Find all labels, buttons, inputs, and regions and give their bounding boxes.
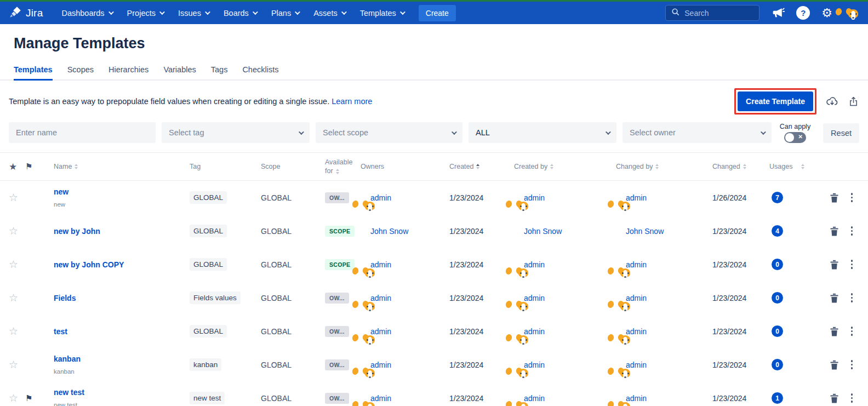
tab[interactable]: Hierarchies xyxy=(108,65,149,81)
usages-count-badge[interactable]: 7 xyxy=(772,192,783,203)
favorite-star-icon[interactable]: ☆ xyxy=(9,292,18,304)
export-share-icon[interactable] xyxy=(848,96,859,107)
delete-trash-icon[interactable] xyxy=(830,327,839,336)
megaphone-icon[interactable] xyxy=(771,6,785,20)
template-name-link[interactable]: new test xyxy=(54,388,181,397)
row-menu-icon[interactable] xyxy=(850,325,854,337)
sort-icon[interactable] xyxy=(336,169,339,174)
changed-by-link[interactable]: admin xyxy=(626,294,647,302)
template-name-link[interactable]: test xyxy=(54,327,181,336)
created-by-link[interactable]: admin xyxy=(524,294,545,302)
tab[interactable]: Tags xyxy=(211,65,228,81)
owner-link[interactable]: John Snow xyxy=(370,227,408,236)
nav-menu-item[interactable]: Dashboards xyxy=(61,9,112,18)
favorite-star-icon[interactable]: ☆ xyxy=(9,359,18,370)
reset-button[interactable]: Reset xyxy=(823,123,859,143)
sort-icon[interactable] xyxy=(801,164,804,169)
favorite-star-icon[interactable]: ☆ xyxy=(9,325,18,337)
owner-link[interactable]: admin xyxy=(370,193,391,202)
delete-trash-icon[interactable] xyxy=(830,293,839,303)
nav-menu-item[interactable]: Issues xyxy=(178,9,209,18)
user-avatar[interactable] xyxy=(844,5,859,21)
delete-trash-icon[interactable] xyxy=(830,193,839,203)
sort-icon[interactable] xyxy=(655,164,659,169)
header-created-by[interactable]: Created by xyxy=(514,163,547,170)
header-changed[interactable]: Changed xyxy=(712,163,740,170)
usages-count-badge[interactable]: 4 xyxy=(772,225,783,237)
usages-count-badge[interactable]: 1 xyxy=(772,392,783,404)
template-name-link[interactable]: new by John COPY xyxy=(54,260,181,269)
search-input[interactable] xyxy=(684,9,750,18)
available-filter-select[interactable]: ALL xyxy=(469,122,616,143)
changed-by-link[interactable]: admin xyxy=(626,260,647,269)
nav-menu-item[interactable]: Assets xyxy=(313,9,345,18)
header-created[interactable]: Created xyxy=(449,163,473,170)
sort-icon[interactable] xyxy=(743,164,746,169)
favorite-star-icon[interactable]: ☆ xyxy=(9,392,18,404)
created-by-link[interactable]: John Snow xyxy=(524,227,562,236)
delete-trash-icon[interactable] xyxy=(830,226,839,236)
owner-link[interactable]: admin xyxy=(370,327,391,336)
nav-menu-item[interactable]: Templates xyxy=(360,9,404,18)
sort-icon[interactable] xyxy=(75,164,78,169)
tab[interactable]: Templates xyxy=(14,65,53,81)
tab[interactable]: Checklists xyxy=(242,65,278,81)
favorite-star-icon[interactable]: ☆ xyxy=(9,225,18,237)
changed-by-link[interactable]: admin xyxy=(626,327,647,336)
template-name-link[interactable]: new xyxy=(54,187,181,196)
delete-trash-icon[interactable] xyxy=(830,393,839,403)
import-cloud-icon[interactable] xyxy=(826,95,838,108)
header-usages[interactable]: Usages xyxy=(769,163,792,170)
gear-icon[interactable]: ⚙︎ xyxy=(821,7,832,19)
created-by-link[interactable]: admin xyxy=(524,394,545,403)
nav-create-button[interactable]: Create xyxy=(419,5,456,21)
nav-search-box[interactable] xyxy=(665,5,760,21)
flag-header-icon[interactable]: ⚑ xyxy=(25,162,32,171)
header-changed-by[interactable]: Changed by xyxy=(616,163,653,170)
row-menu-icon[interactable] xyxy=(850,192,854,203)
owner-filter-select[interactable]: Select owner xyxy=(623,122,772,143)
row-menu-icon[interactable] xyxy=(850,225,854,237)
sort-ascending-icon[interactable] xyxy=(476,164,479,169)
tab[interactable]: Scopes xyxy=(67,65,94,81)
nav-menu-item[interactable]: Projects xyxy=(127,9,163,18)
owner-link[interactable]: admin xyxy=(370,260,391,269)
row-menu-icon[interactable] xyxy=(850,359,854,370)
sort-icon[interactable] xyxy=(550,164,553,169)
created-by-link[interactable]: admin xyxy=(524,193,545,202)
learn-more-link[interactable]: Learn more xyxy=(332,97,372,106)
template-name-link[interactable]: new by John xyxy=(54,227,181,236)
row-menu-icon[interactable] xyxy=(850,392,854,404)
template-name-link[interactable]: kanban xyxy=(54,354,181,363)
owner-link[interactable]: admin xyxy=(370,394,391,403)
owner-link[interactable]: admin xyxy=(370,294,391,302)
name-filter[interactable] xyxy=(9,122,156,143)
template-name-link[interactable]: Fields xyxy=(54,294,181,302)
favorite-star-icon[interactable]: ☆ xyxy=(9,192,18,203)
name-filter-input[interactable] xyxy=(16,128,149,137)
nav-menu-item[interactable]: Boards xyxy=(224,9,256,18)
nav-menu-item[interactable]: Plans xyxy=(271,9,299,18)
tab[interactable]: Variables xyxy=(163,65,196,81)
created-by-link[interactable]: admin xyxy=(524,260,545,269)
created-by-link[interactable]: admin xyxy=(524,361,545,369)
delete-trash-icon[interactable] xyxy=(830,360,839,370)
usages-count-badge[interactable]: 0 xyxy=(772,359,783,370)
scope-filter-select[interactable]: Select scope xyxy=(316,122,462,143)
tag-filter-select[interactable]: Select tag xyxy=(162,122,310,143)
help-icon[interactable]: ? xyxy=(796,6,810,20)
delete-trash-icon[interactable] xyxy=(830,260,839,270)
usages-count-badge[interactable]: 0 xyxy=(772,325,783,337)
favorite-star-header-icon[interactable]: ★ xyxy=(9,161,17,173)
row-menu-icon[interactable] xyxy=(850,292,854,304)
header-name[interactable]: Name xyxy=(54,163,72,170)
changed-by-link[interactable]: admin xyxy=(626,361,647,369)
changed-by-link[interactable]: John Snow xyxy=(626,227,664,236)
created-by-link[interactable]: admin xyxy=(524,327,545,336)
usages-count-badge[interactable]: 0 xyxy=(772,259,783,270)
create-template-button[interactable]: Create Template xyxy=(738,92,813,111)
owner-link[interactable]: admin xyxy=(370,361,391,369)
usages-count-badge[interactable]: 0 xyxy=(772,292,783,304)
row-menu-icon[interactable] xyxy=(850,259,854,270)
can-apply-toggle[interactable]: ✕ xyxy=(784,132,806,143)
